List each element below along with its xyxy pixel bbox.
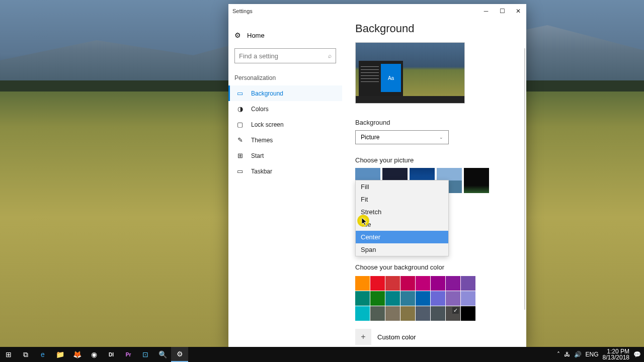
nav-item-colors[interactable]: ◑Colors xyxy=(228,101,342,117)
titlebar[interactable]: Settings ─ ☐ ✕ xyxy=(228,4,526,18)
tray-network-icon[interactable]: 🖧 xyxy=(564,351,570,358)
nav-icon: ▭ xyxy=(236,89,244,97)
nav-item-themes[interactable]: ✎Themes xyxy=(228,132,342,148)
fit-option-fill[interactable]: Fill xyxy=(356,180,448,193)
picture-thumbnails: FillFitStretchTileCenterSpan xyxy=(355,168,513,193)
nav-icon: ⊞ xyxy=(236,152,244,159)
home-label: Home xyxy=(247,32,265,39)
start-button[interactable]: ⊞ xyxy=(0,347,17,362)
taskbar[interactable]: ⊞ ⧉ e 📁 🦊 ◉ DI Pr ⊡ 🔍 ⚙ ˄ 🖧 🔊 ENG 1:20 P… xyxy=(0,347,644,362)
nav-icon: ▭ xyxy=(236,167,244,175)
color-swatch[interactable] xyxy=(370,291,385,306)
task-view-button[interactable]: ⧉ xyxy=(17,347,34,362)
system-tray: ˄ 🖧 🔊 ENG 1:20 PM 8/13/2018 💬 xyxy=(557,348,644,360)
color-swatch[interactable] xyxy=(446,276,460,291)
content-area: Background Aa Background Picture ⌄ Choos… xyxy=(342,18,526,347)
nav-icon: ◑ xyxy=(236,105,244,113)
color-swatch[interactable] xyxy=(416,276,430,291)
minimize-button[interactable]: ─ xyxy=(478,4,494,18)
color-swatch[interactable] xyxy=(355,291,370,306)
color-swatch[interactable] xyxy=(385,276,400,291)
preview-tile: Aa xyxy=(381,64,401,92)
edge-icon[interactable]: e xyxy=(34,347,51,362)
desktop-wallpaper: Settings ─ ☐ ✕ ⚙ Home ⌕ Personalization … xyxy=(0,0,644,362)
settings-taskbar-icon[interactable]: ⚙ xyxy=(171,347,188,362)
desktop-preview: Aa xyxy=(355,42,465,104)
color-swatch[interactable] xyxy=(416,306,430,321)
file-explorer-icon[interactable]: 📁 xyxy=(51,347,68,362)
firefox-icon[interactable]: 🦊 xyxy=(68,347,86,362)
settings-body: ⚙ Home ⌕ Personalization ▭Background◑Col… xyxy=(228,18,526,347)
section-header: Personalization xyxy=(228,74,342,85)
fit-option-tile[interactable]: Tile xyxy=(356,218,448,231)
color-swatch[interactable] xyxy=(461,291,475,306)
color-swatch[interactable] xyxy=(400,306,415,321)
premiere-icon[interactable]: Pr xyxy=(120,347,137,362)
color-swatch[interactable] xyxy=(446,306,460,321)
preview-start-menu: Aa xyxy=(359,61,403,96)
gear-icon: ⚙ xyxy=(234,31,241,39)
color-swatch[interactable] xyxy=(416,291,430,306)
color-swatch[interactable] xyxy=(461,306,475,321)
fit-dropdown-popup: FillFitStretchTileCenterSpan xyxy=(355,180,449,256)
tray-chevron-icon[interactable]: ˄ xyxy=(557,351,560,358)
scrollbar[interactable] xyxy=(523,48,526,347)
color-swatch[interactable] xyxy=(400,276,415,291)
preview-taskbar xyxy=(356,96,464,103)
background-type-select[interactable]: Picture ⌄ xyxy=(355,130,449,144)
color-swatch[interactable] xyxy=(355,276,370,291)
search-input-wrapper[interactable]: ⌕ xyxy=(234,48,336,63)
nav-label: Themes xyxy=(251,137,273,144)
app-3-icon[interactable]: ⊡ xyxy=(137,347,154,362)
action-center-icon[interactable]: 💬 xyxy=(633,351,641,358)
tray-clock[interactable]: 1:20 PM 8/13/2018 xyxy=(603,348,629,360)
maximize-button[interactable]: ☐ xyxy=(494,4,510,18)
nav-item-taskbar[interactable]: ▭Taskbar xyxy=(228,163,342,179)
window-title: Settings xyxy=(232,8,253,14)
custom-color-label: Custom color xyxy=(377,333,416,341)
fit-option-stretch[interactable]: Stretch xyxy=(356,206,448,218)
color-swatch[interactable] xyxy=(400,291,415,306)
window-controls: ─ ☐ ✕ xyxy=(478,4,526,18)
fit-option-span[interactable]: Span xyxy=(356,243,448,256)
tray-date: 8/13/2018 xyxy=(603,354,629,360)
custom-color-button[interactable]: + xyxy=(355,329,371,345)
custom-color-row: + Custom color xyxy=(355,329,513,345)
color-swatch[interactable] xyxy=(431,306,445,321)
tray-volume-icon[interactable]: 🔊 xyxy=(574,351,582,358)
nav-label: Taskbar xyxy=(251,168,272,175)
choose-color-label: Choose your background color xyxy=(355,263,513,271)
color-swatch[interactable] xyxy=(370,276,385,291)
color-swatch[interactable] xyxy=(370,306,385,321)
color-swatch[interactable] xyxy=(461,276,475,291)
page-title: Background xyxy=(355,22,513,35)
home-button[interactable]: ⚙ Home xyxy=(228,27,342,43)
fit-option-fit[interactable]: Fit xyxy=(356,193,448,206)
nav-label: Lock screen xyxy=(251,121,284,128)
color-swatch[interactable] xyxy=(431,291,445,306)
tray-language[interactable]: ENG xyxy=(586,351,599,358)
nav-label: Start xyxy=(251,152,264,159)
chrome-icon[interactable]: ◉ xyxy=(86,347,103,362)
search-input[interactable] xyxy=(239,52,325,60)
background-type-value: Picture xyxy=(361,134,379,141)
choose-picture-label: Choose your picture xyxy=(355,156,513,164)
color-grid xyxy=(355,276,480,321)
background-label: Background xyxy=(355,119,513,126)
color-swatch[interactable] xyxy=(355,306,370,321)
app-1-icon[interactable]: DI xyxy=(103,347,120,362)
nav-item-start[interactable]: ⊞Start xyxy=(228,148,342,163)
everything-icon[interactable]: 🔍 xyxy=(154,347,171,362)
fit-option-center[interactable]: Center xyxy=(356,231,448,243)
picture-thumb-5[interactable] xyxy=(464,168,489,193)
color-swatch[interactable] xyxy=(385,291,400,306)
close-button[interactable]: ✕ xyxy=(510,4,526,18)
nav-label: Colors xyxy=(251,106,269,113)
nav-item-lock-screen[interactable]: ▢Lock screen xyxy=(228,117,342,132)
color-swatch[interactable] xyxy=(431,276,445,291)
color-swatch[interactable] xyxy=(385,306,400,321)
nav-item-background[interactable]: ▭Background xyxy=(228,85,342,101)
color-swatch[interactable] xyxy=(446,291,460,306)
nav-icon: ▢ xyxy=(236,121,244,128)
nav-icon: ✎ xyxy=(236,136,244,144)
